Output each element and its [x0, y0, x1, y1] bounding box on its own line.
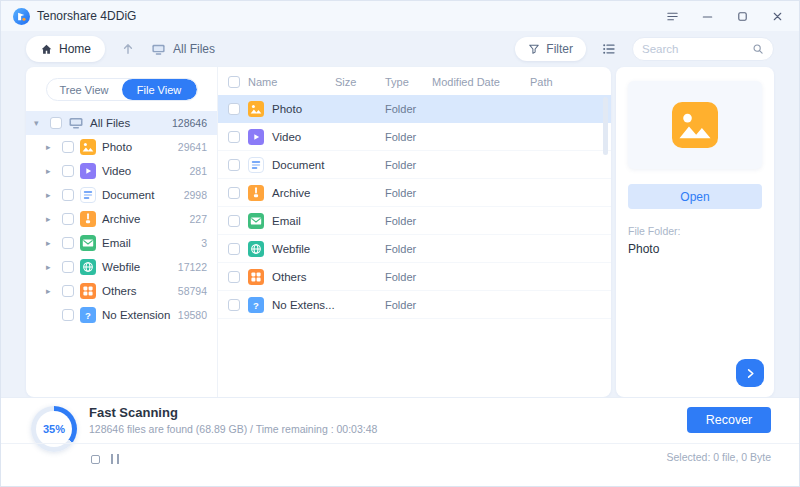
checkbox[interactable] [62, 165, 74, 177]
stop-scan-button[interactable] [87, 451, 103, 467]
minimize-button[interactable] [693, 5, 721, 27]
maximize-button[interactable] [728, 5, 756, 27]
file-folder-name: Photo [628, 242, 762, 256]
sidebar-item-label: No Extension [102, 309, 172, 321]
home-button[interactable]: Home [26, 36, 105, 62]
app-window: Tenorshare 4DDiG Home All Files [0, 0, 800, 487]
row-checkbox[interactable] [228, 215, 240, 227]
webfile-icon [80, 259, 96, 275]
close-button[interactable] [763, 5, 791, 27]
filter-button[interactable]: Filter [515, 37, 586, 61]
search-icon[interactable] [752, 43, 764, 55]
table-row[interactable]: Email Folder [218, 207, 611, 235]
webfile-icon [248, 241, 264, 257]
scan-status-title: Fast Scanning [89, 405, 178, 420]
open-button[interactable]: Open [628, 184, 762, 209]
recover-button[interactable]: Recover [687, 407, 771, 433]
preview-thumbnail [628, 81, 762, 169]
row-checkbox[interactable] [228, 131, 240, 143]
checkbox[interactable] [62, 285, 74, 297]
archive-icon [80, 211, 96, 227]
sidebar-item-label: Email [102, 237, 195, 249]
table-scrollbar[interactable] [603, 97, 608, 155]
statusbar: 35% Fast Scanning 128646 files are found… [1, 397, 799, 486]
table-row[interactable]: Photo Folder [218, 95, 611, 123]
sidebar-item-document[interactable]: Document 2998 [26, 183, 217, 207]
row-checkbox[interactable] [228, 243, 240, 255]
select-all-checkbox[interactable] [228, 76, 240, 88]
next-page-button[interactable] [736, 359, 764, 387]
expand-caret-icon[interactable] [46, 215, 56, 224]
file-table: Name Size Type Modified Date Path Photo … [218, 67, 611, 397]
svg-text:?: ? [253, 299, 259, 310]
sidebar-item-webfile[interactable]: Webfile 17122 [26, 255, 217, 279]
table-row[interactable]: Video Folder [218, 123, 611, 151]
expand-caret-icon[interactable] [46, 263, 56, 272]
collapse-caret-icon[interactable] [34, 119, 44, 128]
expand-caret-icon[interactable] [46, 143, 56, 152]
row-type: Folder [385, 299, 432, 311]
sidebar-item-all-files[interactable]: All Files 128646 [26, 111, 217, 135]
row-name: Archive [272, 187, 310, 199]
sidebar-item-others[interactable]: Others 58794 [26, 279, 217, 303]
row-checkbox[interactable] [228, 187, 240, 199]
checkbox[interactable] [62, 141, 74, 153]
sidebar-item-label: Others [102, 285, 172, 297]
sidebar-item-photo[interactable]: Photo 29641 [26, 135, 217, 159]
scan-status-detail: 128646 files are found (68.89 GB) / Time… [89, 423, 377, 435]
list-view-icon [602, 42, 616, 56]
column-name: Name [248, 76, 335, 88]
sidebar-item-count: 2998 [184, 189, 207, 201]
row-checkbox[interactable] [228, 103, 240, 115]
photo-icon [672, 102, 718, 148]
table-row[interactable]: Document Folder [218, 151, 611, 179]
close-icon [771, 10, 784, 23]
checkbox[interactable] [62, 309, 74, 321]
archive-icon [248, 185, 264, 201]
checkbox[interactable] [62, 213, 74, 225]
checkbox[interactable] [62, 189, 74, 201]
checkbox[interactable] [62, 261, 74, 273]
tab-file-view[interactable]: File View [122, 79, 197, 100]
sidebar-item-video[interactable]: Video 281 [26, 159, 217, 183]
breadcrumb[interactable]: All Files [151, 42, 215, 57]
table-row[interactable]: Archive Folder [218, 179, 611, 207]
row-checkbox[interactable] [228, 299, 240, 311]
pause-scan-button[interactable] [107, 451, 123, 467]
app-title: Tenorshare 4DDiG [37, 9, 136, 23]
sidebar-item-count: 227 [189, 213, 207, 225]
sidebar-item-email[interactable]: Email 3 [26, 231, 217, 255]
checkbox[interactable] [62, 237, 74, 249]
column-type: Type [385, 76, 432, 88]
tab-tree-view[interactable]: Tree View [47, 79, 122, 100]
sidebar-item-no-extension[interactable]: ? No Extension 19580 [26, 303, 217, 327]
row-checkbox[interactable] [228, 271, 240, 283]
maximize-icon [736, 10, 749, 23]
table-row[interactable]: Others Folder [218, 263, 611, 291]
all-files-checkbox[interactable] [50, 117, 62, 129]
search-input[interactable] [642, 43, 746, 55]
row-type: Folder [385, 243, 432, 255]
row-type: Folder [385, 131, 432, 143]
up-button[interactable] [116, 37, 140, 61]
row-checkbox[interactable] [228, 159, 240, 171]
row-type: Folder [385, 187, 432, 199]
menu-button[interactable] [658, 5, 686, 27]
photo-icon [248, 101, 264, 117]
sidebar-item-archive[interactable]: Archive 227 [26, 207, 217, 231]
list-view-button[interactable] [597, 37, 621, 61]
filter-label: Filter [546, 42, 573, 56]
sidebar-item-label: Photo [102, 141, 172, 153]
table-row[interactable]: Webfile Folder [218, 235, 611, 263]
navbar: Home All Files Filter [1, 31, 799, 67]
table-row[interactable]: ?No Extens... Folder [218, 291, 611, 319]
column-modified-date: Modified Date [432, 76, 530, 88]
sidebar: Tree View File View All Files 128646 Pho… [26, 67, 218, 397]
expand-caret-icon[interactable] [46, 287, 56, 296]
sidebar-item-label: Webfile [102, 261, 172, 273]
expand-caret-icon[interactable] [46, 191, 56, 200]
minimize-icon [701, 10, 714, 23]
expand-caret-icon[interactable] [46, 239, 56, 248]
sidebar-item-count: 128646 [172, 117, 207, 129]
expand-caret-icon[interactable] [46, 167, 56, 176]
